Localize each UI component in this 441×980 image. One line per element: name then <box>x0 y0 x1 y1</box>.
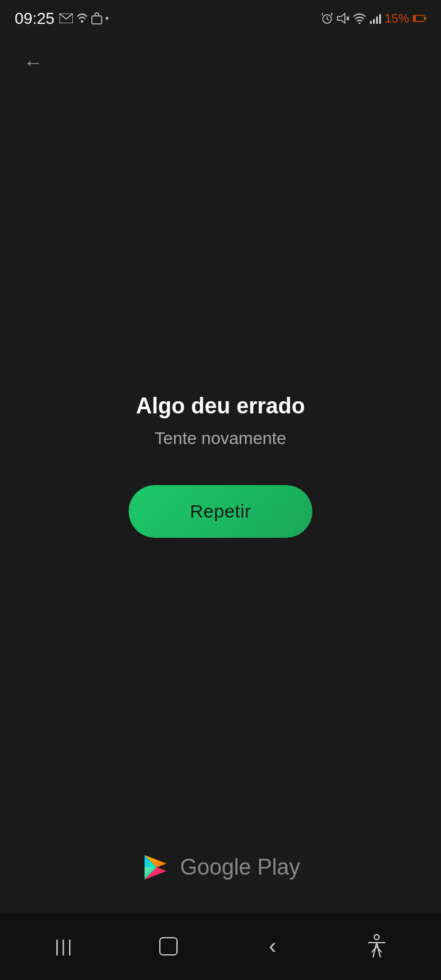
status-icons-left: • <box>59 12 109 24</box>
error-subtitle: Tente novamente <box>155 429 287 448</box>
home-square-icon <box>156 934 181 959</box>
nav-home[interactable] <box>144 928 193 965</box>
status-bar: 09:25 • <box>0 0 441 37</box>
svg-line-5 <box>327 19 329 20</box>
mute-icon <box>337 12 349 24</box>
bag-icon <box>91 12 102 24</box>
email-icon <box>59 13 73 23</box>
signal-bars <box>370 13 381 24</box>
svg-rect-11 <box>413 16 416 21</box>
svg-point-18 <box>374 935 379 940</box>
alarm-icon <box>321 12 333 24</box>
google-play-logo-icon <box>141 853 170 882</box>
accessibility-icon <box>365 934 388 959</box>
main-content: Algo deu errado Tente novamente Repetir <box>0 0 441 980</box>
status-time: 09:25 <box>15 9 55 28</box>
notification-dot: • <box>105 13 109 24</box>
svg-marker-6 <box>337 13 345 23</box>
google-play-text: Google Play <box>180 854 300 880</box>
nav-recent-apps[interactable]: ||| <box>40 928 89 965</box>
battery-level: 15% <box>385 12 409 26</box>
svg-rect-12 <box>424 17 426 20</box>
wifi-icon <box>353 13 366 24</box>
svg-point-1 <box>81 20 83 23</box>
retry-button[interactable]: Repetir <box>129 485 312 538</box>
error-title: Algo deu errado <box>136 393 305 419</box>
svg-rect-2 <box>92 16 102 24</box>
svg-point-9 <box>358 23 360 24</box>
recent-apps-icon: ||| <box>55 937 74 956</box>
status-right: 15% <box>321 12 426 26</box>
branding-footer: Google Play <box>0 853 441 882</box>
nav-bar: ||| ‹ <box>0 913 441 980</box>
svg-rect-17 <box>160 938 177 955</box>
nav-accessibility[interactable] <box>352 928 401 965</box>
battery-icon <box>413 15 426 22</box>
back-chevron-icon: ‹ <box>269 933 276 959</box>
status-left: 09:25 • <box>15 9 109 28</box>
wifi-call-icon <box>76 13 88 24</box>
nav-back[interactable]: ‹ <box>248 928 297 965</box>
